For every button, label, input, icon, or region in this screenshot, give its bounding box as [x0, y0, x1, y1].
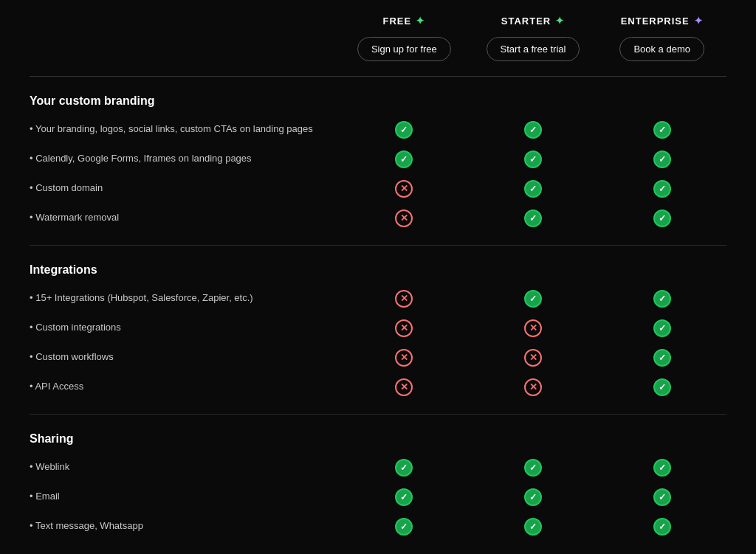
- feature-label-branding-1: Calendly, Google Forms, Iframes on landi…: [30, 152, 340, 165]
- check-icon: ✓: [653, 290, 671, 308]
- check-integrations-0-enterprise: ✓: [597, 288, 726, 308]
- feature-label-integrations-1: Custom integrations: [30, 321, 340, 334]
- cross-icon: ✕: [524, 319, 542, 337]
- feature-row-sharing-0: Weblink ✓ ✓ ✓: [30, 457, 726, 477]
- section-integrations: Integrations 15+ Integrations (Hubspot, …: [30, 263, 726, 396]
- check-icon: ✓: [653, 378, 671, 396]
- check-icon: ✓: [524, 180, 542, 198]
- check-icon: ✓: [653, 180, 671, 198]
- check-integrations-3-enterprise: ✓: [597, 377, 726, 396]
- check-icon: ✓: [653, 488, 671, 506]
- sparkle-free: ✦: [416, 15, 425, 27]
- check-branding-1-starter: ✓: [469, 149, 598, 168]
- check-branding-1-free: ✓: [340, 149, 469, 168]
- plan-label-starter: STARTER: [501, 15, 551, 27]
- sparkle-enterprise: ✦: [694, 15, 704, 27]
- check-integrations-1-enterprise: ✓: [597, 318, 726, 337]
- feature-label-sharing-1: Email: [30, 490, 340, 503]
- check-sharing-0-enterprise: ✓: [597, 457, 726, 477]
- plan-col-starter: STARTER ✦ Start a free trial: [469, 15, 598, 61]
- feature-label-sharing-2: Text message, Whatsapp: [30, 519, 340, 533]
- integrations-divider: [30, 414, 726, 415]
- cross-icon: ✕: [395, 210, 413, 227]
- cross-icon: ✕: [395, 319, 413, 337]
- signup-starter-button[interactable]: Start a free trial: [487, 37, 580, 61]
- check-icon: ✓: [653, 349, 671, 367]
- check-branding-3-free: ✕: [340, 208, 469, 227]
- check-sharing-2-enterprise: ✓: [597, 516, 726, 536]
- cross-icon: ✕: [395, 349, 413, 367]
- check-icon: ✓: [653, 121, 671, 139]
- check-icon: ✓: [524, 210, 542, 227]
- cross-icon: ✕: [395, 290, 413, 308]
- signup-enterprise-button[interactable]: Book a demo: [619, 37, 704, 61]
- cross-icon: ✕: [395, 378, 413, 396]
- check-sharing-2-free: ✓: [340, 516, 469, 536]
- cross-icon: ✕: [524, 378, 542, 396]
- check-branding-1-enterprise: ✓: [597, 149, 726, 168]
- cross-icon: ✕: [524, 349, 542, 367]
- feature-row-branding-3: Watermark removal ✕ ✓ ✓: [30, 208, 726, 227]
- section-title-integrations: Integrations: [30, 263, 726, 277]
- check-integrations-3-free: ✕: [340, 377, 469, 396]
- check-integrations-0-free: ✕: [340, 288, 469, 308]
- check-integrations-3-starter: ✕: [469, 377, 598, 396]
- check-icon: ✓: [524, 488, 542, 506]
- header-divider: [30, 76, 726, 77]
- check-icon: ✓: [524, 459, 542, 477]
- check-icon: ✓: [524, 290, 542, 308]
- check-sharing-0-starter: ✓: [469, 457, 598, 477]
- check-branding-0-starter: ✓: [469, 120, 598, 139]
- check-icon: ✓: [653, 150, 671, 168]
- check-branding-2-starter: ✓: [469, 179, 598, 198]
- check-integrations-1-free: ✕: [340, 318, 469, 337]
- feature-row-branding-2: Custom domain ✕ ✓ ✓: [30, 179, 726, 198]
- feature-label-integrations-3: API Access: [30, 380, 340, 393]
- plan-label-enterprise: ENTERPRISE: [621, 15, 690, 27]
- feature-label-branding-3: Watermark removal: [30, 211, 340, 224]
- check-sharing-1-starter: ✓: [469, 487, 598, 506]
- branding-divider: [30, 245, 726, 246]
- check-icon: ✓: [395, 121, 413, 139]
- check-icon: ✓: [653, 459, 671, 477]
- check-branding-3-enterprise: ✓: [597, 208, 726, 227]
- check-icon: ✓: [524, 121, 542, 139]
- section-title-sharing: Sharing: [30, 432, 726, 446]
- check-sharing-2-starter: ✓: [469, 516, 598, 536]
- plans-header: FREE ✦ Sign up for free STARTER ✦ Start …: [30, 15, 726, 61]
- section-sharing: Sharing Weblink ✓ ✓ ✓ Email ✓ ✓ ✓ Text m…: [30, 432, 726, 536]
- check-sharing-1-free: ✓: [340, 487, 469, 506]
- page-wrapper: FREE ✦ Sign up for free STARTER ✦ Start …: [0, 0, 756, 554]
- feature-row-integrations-2: Custom workflows ✕ ✕ ✓: [30, 347, 726, 367]
- feature-label-integrations-0: 15+ Integrations (Hubspot, Salesforce, Z…: [30, 291, 340, 305]
- plan-name-starter: STARTER ✦: [476, 15, 591, 27]
- feature-row-integrations-1: Custom integrations ✕ ✕ ✓: [30, 318, 726, 337]
- feature-row-sharing-2: Text message, Whatsapp ✓ ✓ ✓: [30, 516, 726, 536]
- check-integrations-2-enterprise: ✓: [597, 347, 726, 367]
- plan-col-enterprise: ENTERPRISE ✦ Book a demo: [597, 15, 726, 61]
- check-integrations-1-starter: ✕: [469, 318, 598, 337]
- check-icon: ✓: [653, 319, 671, 337]
- cross-icon: ✕: [395, 180, 413, 198]
- feature-label-sharing-0: Weblink: [30, 460, 340, 474]
- check-icon: ✓: [395, 459, 413, 477]
- check-branding-3-starter: ✓: [469, 208, 598, 227]
- section-title-branding: Your custom branding: [30, 94, 726, 108]
- check-branding-0-enterprise: ✓: [597, 120, 726, 139]
- check-branding-0-free: ✓: [340, 120, 469, 139]
- check-icon: ✓: [653, 518, 671, 536]
- check-sharing-1-enterprise: ✓: [597, 487, 726, 506]
- check-sharing-0-free: ✓: [340, 457, 469, 477]
- feature-row-integrations-3: API Access ✕ ✕ ✓: [30, 377, 726, 396]
- check-branding-2-enterprise: ✓: [597, 179, 726, 198]
- check-icon: ✓: [395, 488, 413, 506]
- check-icon: ✓: [395, 150, 413, 168]
- check-icon: ✓: [653, 210, 671, 227]
- check-icon: ✓: [524, 150, 542, 168]
- feature-row-integrations-0: 15+ Integrations (Hubspot, Salesforce, Z…: [30, 288, 726, 308]
- signup-free-button[interactable]: Sign up for free: [357, 37, 451, 61]
- feature-label-branding-0: Your branding, logos, social links, cust…: [30, 122, 340, 136]
- check-integrations-0-starter: ✓: [469, 288, 598, 308]
- feature-label-integrations-2: Custom workflows: [30, 350, 340, 364]
- check-icon: ✓: [395, 518, 413, 536]
